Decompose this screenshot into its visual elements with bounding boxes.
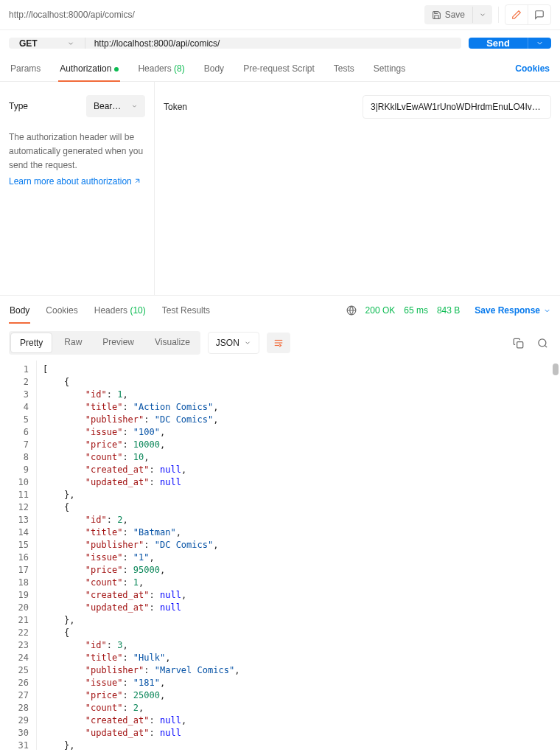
save-label: Save <box>445 10 465 20</box>
tab-body[interactable]: Body <box>203 56 225 81</box>
status-code: 200 OK <box>365 305 396 316</box>
cookies-link[interactable]: Cookies <box>514 56 551 81</box>
save-response-label: Save Response <box>475 305 540 316</box>
request-title: http://localhost:8000/api/comics/ <box>9 10 419 20</box>
url-input[interactable] <box>85 38 462 49</box>
resp-tab-test-results[interactable]: Test Results <box>161 298 211 323</box>
resp-tab-headers-label: Headers <box>94 305 127 316</box>
tab-tests[interactable]: Tests <box>332 56 356 81</box>
code-content: [ { "id": 1, "title": "Action Comics", "… <box>37 361 560 750</box>
scrollbar[interactable] <box>553 363 559 375</box>
resp-headers-count: (10) <box>130 305 145 316</box>
globe-icon[interactable] <box>346 305 357 316</box>
chevron-down-icon <box>479 11 486 18</box>
view-raw[interactable]: Raw <box>54 331 92 355</box>
line-gutter: 1234567891011121314151617181920212223242… <box>0 361 37 750</box>
token-input[interactable] <box>363 95 551 119</box>
wrap-button[interactable] <box>267 333 290 353</box>
copy-icon <box>513 338 524 349</box>
view-preview[interactable]: Preview <box>92 331 144 355</box>
auth-type-value: Bearer… <box>94 101 125 111</box>
comment-button[interactable] <box>528 5 550 24</box>
chevron-down-icon <box>536 39 544 47</box>
save-response-button[interactable]: Save Response <box>475 305 551 316</box>
resp-tab-cookies[interactable]: Cookies <box>45 298 78 323</box>
save-icon <box>432 10 441 20</box>
resp-tab-body[interactable]: Body <box>9 298 30 323</box>
format-value: JSON <box>216 338 239 348</box>
status-size: 843 B <box>437 305 460 316</box>
chevron-down-icon <box>543 307 551 315</box>
pencil-icon <box>511 10 522 20</box>
chevron-down-icon <box>67 40 74 47</box>
wrap-icon <box>273 338 284 347</box>
search-button[interactable] <box>534 335 551 352</box>
copy-button[interactable] <box>510 335 527 352</box>
method-value: GET <box>19 38 38 49</box>
save-dropdown[interactable] <box>472 7 492 23</box>
view-mode-group: Pretty Raw Preview Visualize <box>9 331 200 355</box>
auth-type-label: Type <box>9 101 80 111</box>
learn-more-link[interactable]: Learn more about authorization <box>9 176 141 187</box>
save-button[interactable]: Save <box>424 5 472 24</box>
send-dropdown[interactable] <box>528 38 551 49</box>
search-icon <box>537 338 548 349</box>
view-visualize[interactable]: Visualize <box>144 331 200 355</box>
chevron-down-icon <box>244 339 251 347</box>
headers-count: (8) <box>174 63 185 74</box>
tab-prerequest[interactable]: Pre-request Script <box>242 56 316 81</box>
format-select[interactable]: JSON <box>208 332 259 354</box>
edit-button[interactable] <box>505 5 528 24</box>
resp-tab-headers[interactable]: Headers (10) <box>94 298 147 323</box>
dot-icon <box>114 67 119 72</box>
external-link-icon <box>133 177 141 185</box>
tab-auth-label: Authorization <box>60 63 111 74</box>
send-button[interactable]: Send <box>469 38 528 49</box>
token-label: Token <box>164 102 348 112</box>
auth-description: The authorization header will be automat… <box>9 131 145 173</box>
comment-icon <box>534 10 545 20</box>
svg-rect-4 <box>517 341 523 347</box>
svg-point-5 <box>539 338 546 346</box>
response-body[interactable]: 1234567891011121314151617181920212223242… <box>0 361 560 750</box>
tab-headers-label: Headers <box>138 63 171 74</box>
tab-headers[interactable]: Headers (8) <box>136 56 186 81</box>
learn-more-label: Learn more about authorization <box>9 176 132 187</box>
tab-authorization[interactable]: Authorization <box>58 56 120 81</box>
method-select[interactable]: GET <box>9 38 85 49</box>
status-time: 65 ms <box>404 305 428 316</box>
auth-type-select[interactable]: Bearer… <box>86 95 145 117</box>
tab-settings[interactable]: Settings <box>372 56 407 81</box>
chevron-down-icon <box>131 102 138 110</box>
tab-params[interactable]: Params <box>9 56 42 81</box>
view-pretty[interactable]: Pretty <box>10 333 52 353</box>
svg-line-6 <box>545 345 547 347</box>
